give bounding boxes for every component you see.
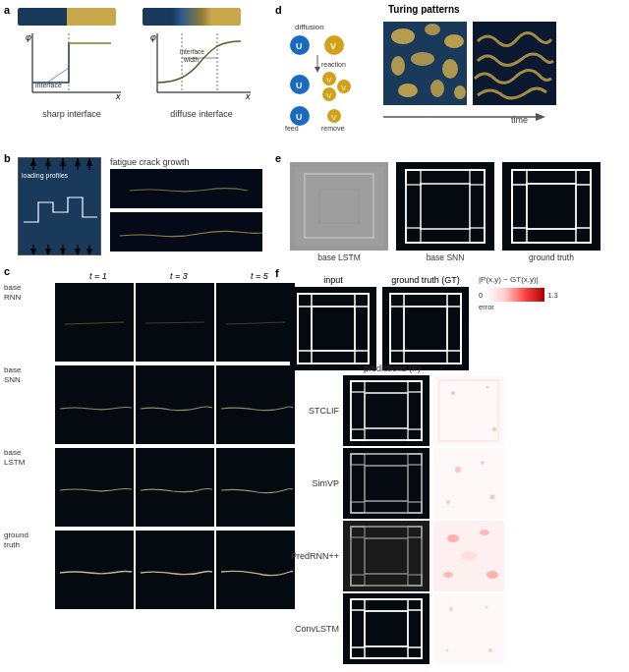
panel-b: loading profiles xyxy=(18,157,101,255)
error-min: 0 xyxy=(479,291,483,300)
c-cell-1-1 xyxy=(136,365,214,444)
svg-text:x: x xyxy=(245,91,251,101)
f-error-predrnn-svg xyxy=(433,521,504,591)
svg-point-141 xyxy=(447,534,459,542)
c-cell-0-2 xyxy=(216,283,295,362)
sharp-graph: φ x interface xyxy=(18,28,126,107)
e-caption-1: base SNN xyxy=(396,252,494,262)
sharp-bar xyxy=(18,8,116,26)
f-input-svg xyxy=(290,287,376,370)
diffuse-bar xyxy=(143,8,241,26)
row-label-lstm: base LSTM xyxy=(4,448,25,469)
panel-c-label: c xyxy=(4,265,10,277)
e-img-wrapper-0: base LSTM xyxy=(290,162,388,262)
f-label-simvp: SimVP xyxy=(280,478,339,488)
svg-rect-102 xyxy=(382,287,469,370)
f-row-stclif: STCLIF xyxy=(280,375,504,446)
f-input-img xyxy=(290,287,376,370)
svg-marker-74 xyxy=(536,113,545,121)
svg-line-6 xyxy=(47,68,69,83)
svg-text:x: x xyxy=(115,91,121,101)
panel-a-label: a xyxy=(4,4,10,16)
figure-container: a φ x interface xyxy=(0,0,629,672)
e-img-0 xyxy=(290,162,388,251)
f-gt-header: ground truth (GT) xyxy=(382,275,469,370)
error-max: 1.3 xyxy=(547,291,557,300)
e-img-wrapper-2: ground truth xyxy=(502,162,600,262)
f-header: input ground truth (GT) xyxy=(290,275,558,370)
svg-rect-121 xyxy=(343,448,429,519)
svg-text:reaction: reaction xyxy=(321,61,346,68)
e-caption-2: ground truth xyxy=(502,252,600,262)
error-label: error xyxy=(479,303,558,311)
svg-marker-22 xyxy=(60,158,66,166)
sharp-graph-svg: φ x interface xyxy=(18,28,126,107)
f-error-stclif xyxy=(433,375,504,446)
f-pred-simvp xyxy=(343,448,429,519)
c-t-labels: t = 1 t = 3 t = 5 xyxy=(59,271,299,281)
f-pred-convlstm-svg xyxy=(343,593,429,664)
sharp-caption: sharp interface xyxy=(18,109,126,119)
svg-line-38 xyxy=(145,322,204,323)
panel-f-label: f xyxy=(275,267,279,279)
diffuse-graph: φ x interface width xyxy=(143,28,260,107)
e-img-1 xyxy=(396,162,494,251)
svg-point-65 xyxy=(444,34,464,48)
d-schematic-svg: diffusion U V reaction U V V V U feed xyxy=(280,18,378,136)
svg-marker-36 xyxy=(86,249,92,255)
f-pred-simvp-svg xyxy=(343,448,429,519)
e-img-2 xyxy=(502,162,600,251)
svg-point-120 xyxy=(492,427,496,431)
row-label-gt: ground truth xyxy=(4,531,29,551)
panel-b-label: b xyxy=(4,152,11,164)
c-cell-3-0 xyxy=(55,531,134,609)
f-error-convlstm xyxy=(433,593,504,664)
svg-text:φ: φ xyxy=(150,32,156,42)
c-row-3 xyxy=(55,531,295,609)
c-cell-2-0 xyxy=(55,448,134,527)
svg-point-118 xyxy=(451,391,455,395)
crack-img-1 xyxy=(110,169,262,208)
svg-text:φ: φ xyxy=(26,32,31,42)
svg-rect-95 xyxy=(290,287,376,370)
fatigue-label: fatigue crack growth xyxy=(110,157,190,167)
svg-text:feed: feed xyxy=(285,125,299,132)
svg-point-144 xyxy=(443,572,453,578)
turing-img-1 xyxy=(383,22,467,105)
f-colorbar-row: 0 1.3 xyxy=(479,288,558,302)
svg-rect-88 xyxy=(502,162,600,251)
e-caption-0: base LSTM xyxy=(290,252,388,262)
svg-text:diffusion: diffusion xyxy=(295,23,324,31)
c-cell-3-1 xyxy=(136,531,214,609)
f-pred-stclif xyxy=(343,375,429,446)
svg-rect-128 xyxy=(433,448,504,519)
svg-text:U: U xyxy=(296,112,303,122)
f-label-stclif: STCLIF xyxy=(280,406,339,416)
svg-marker-32 xyxy=(60,249,66,255)
svg-point-155 xyxy=(486,606,488,609)
svg-text:V: V xyxy=(326,91,332,100)
f-gt-svg xyxy=(382,287,469,370)
c-cell-0-0 xyxy=(55,283,134,362)
f-error-section: |P(x,y) − GT(x,y)| 0 1.3 error xyxy=(479,275,558,311)
svg-text:remove: remove xyxy=(321,125,344,132)
f-pred-predrnn xyxy=(343,521,429,591)
svg-marker-20 xyxy=(45,158,51,166)
turing-title: Turing patterns xyxy=(388,4,460,15)
row-label-snn: base SNN xyxy=(4,365,21,386)
time-arrow-container: time xyxy=(383,110,555,124)
svg-line-37 xyxy=(65,322,124,324)
f-row-predrnn: PredRNN++ xyxy=(280,521,504,591)
predictions-label: predictions (P) xyxy=(364,364,421,373)
diffuse-caption: diffuse interface xyxy=(143,109,260,119)
panel-d-label: d xyxy=(275,4,282,16)
c-row-2 xyxy=(55,448,295,527)
turing-img-2 xyxy=(473,22,556,105)
c-cell-1-0 xyxy=(55,365,134,444)
diffuse-graph-svg: φ x interface width xyxy=(143,28,260,107)
svg-text:V: V xyxy=(331,113,337,122)
f-error-simvp xyxy=(433,448,504,519)
f-pred-stclif-svg xyxy=(343,375,429,446)
svg-point-67 xyxy=(411,52,434,66)
svg-text:V: V xyxy=(341,84,347,92)
